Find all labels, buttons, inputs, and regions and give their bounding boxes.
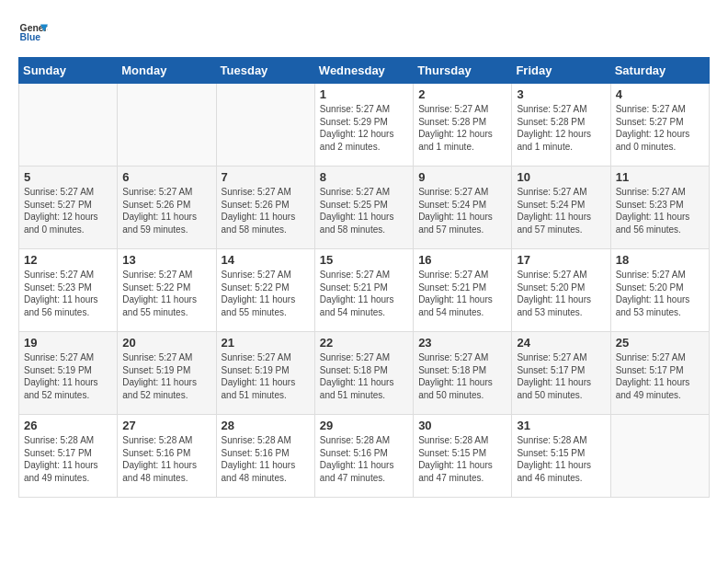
day-cell: 27Sunrise: 5:28 AM Sunset: 5:16 PM Dayli… [118,415,216,498]
week-row-2: 5Sunrise: 5:27 AM Sunset: 5:27 PM Daylig… [19,167,710,249]
day-number: 2 [418,87,506,101]
day-info: Sunrise: 5:27 AM Sunset: 5:23 PM Dayligh… [616,186,704,236]
day-number: 20 [122,336,210,350]
day-cell: 10Sunrise: 5:27 AM Sunset: 5:24 PM Dayli… [512,167,610,249]
week-row-5: 26Sunrise: 5:28 AM Sunset: 5:17 PM Dayli… [19,415,710,498]
day-number: 4 [616,87,704,101]
day-cell: 14Sunrise: 5:27 AM Sunset: 5:22 PM Dayli… [216,249,314,332]
day-info: Sunrise: 5:27 AM Sunset: 5:27 PM Dayligh… [24,186,112,236]
day-number: 28 [222,419,310,432]
day-info: Sunrise: 5:27 AM Sunset: 5:24 PM Dayligh… [517,186,605,236]
header-friday: Friday [512,58,610,84]
day-info: Sunrise: 5:27 AM Sunset: 5:28 PM Dayligh… [517,103,605,153]
day-cell: 20Sunrise: 5:27 AM Sunset: 5:19 PM Dayli… [118,332,216,415]
day-cell: 2Sunrise: 5:27 AM Sunset: 5:28 PM Daylig… [414,84,512,167]
day-info: Sunrise: 5:27 AM Sunset: 5:21 PM Dayligh… [418,269,506,318]
logo: General Blue [18,18,51,48]
header-saturday: Saturday [610,58,709,84]
day-number: 1 [320,87,408,101]
day-info: Sunrise: 5:27 AM Sunset: 5:21 PM Dayligh… [320,269,408,318]
day-number: 15 [320,253,408,267]
day-number: 22 [320,336,408,350]
day-info: Sunrise: 5:27 AM Sunset: 5:23 PM Dayligh… [24,269,112,318]
day-cell: 5Sunrise: 5:27 AM Sunset: 5:27 PM Daylig… [19,167,118,249]
day-cell: 7Sunrise: 5:27 AM Sunset: 5:26 PM Daylig… [216,167,314,249]
header-tuesday: Tuesday [216,58,314,84]
day-info: Sunrise: 5:27 AM Sunset: 5:19 PM Dayligh… [24,351,112,401]
header: General Blue [18,18,710,48]
day-info: Sunrise: 5:27 AM Sunset: 5:22 PM Dayligh… [122,269,210,318]
day-info: Sunrise: 5:27 AM Sunset: 5:28 PM Dayligh… [418,103,506,153]
day-info: Sunrise: 5:27 AM Sunset: 5:26 PM Dayligh… [122,186,210,236]
day-info: Sunrise: 5:27 AM Sunset: 5:26 PM Dayligh… [222,186,310,236]
day-number: 6 [122,170,210,184]
day-cell [610,415,709,498]
day-cell: 12Sunrise: 5:27 AM Sunset: 5:23 PM Dayli… [19,249,118,332]
calendar: SundayMondayTuesdayWednesdayThursdayFrid… [18,57,710,498]
day-number: 17 [517,253,605,267]
day-cell: 21Sunrise: 5:27 AM Sunset: 5:19 PM Dayli… [216,332,314,415]
day-number: 23 [418,336,506,350]
svg-text:Blue: Blue [20,32,41,42]
day-info: Sunrise: 5:28 AM Sunset: 5:16 PM Dayligh… [222,434,310,484]
day-number: 30 [418,419,506,432]
day-cell: 30Sunrise: 5:28 AM Sunset: 5:15 PM Dayli… [414,415,512,498]
day-cell: 8Sunrise: 5:27 AM Sunset: 5:25 PM Daylig… [314,167,413,249]
day-info: Sunrise: 5:28 AM Sunset: 5:17 PM Dayligh… [24,434,112,484]
day-number: 26 [24,419,112,432]
day-number: 31 [517,419,605,432]
header-sunday: Sunday [19,58,118,84]
day-info: Sunrise: 5:28 AM Sunset: 5:16 PM Dayligh… [320,434,408,484]
day-info: Sunrise: 5:27 AM Sunset: 5:20 PM Dayligh… [517,269,605,318]
day-cell: 9Sunrise: 5:27 AM Sunset: 5:24 PM Daylig… [414,167,512,249]
day-cell: 22Sunrise: 5:27 AM Sunset: 5:18 PM Dayli… [314,332,413,415]
day-info: Sunrise: 5:27 AM Sunset: 5:24 PM Dayligh… [418,186,506,236]
day-cell: 18Sunrise: 5:27 AM Sunset: 5:20 PM Dayli… [610,249,709,332]
day-number: 18 [616,253,704,267]
day-info: Sunrise: 5:28 AM Sunset: 5:15 PM Dayligh… [418,434,506,484]
week-row-3: 12Sunrise: 5:27 AM Sunset: 5:23 PM Dayli… [19,249,710,332]
header-monday: Monday [118,58,216,84]
day-cell: 24Sunrise: 5:27 AM Sunset: 5:17 PM Dayli… [512,332,610,415]
day-info: Sunrise: 5:27 AM Sunset: 5:22 PM Dayligh… [222,269,310,318]
day-cell [216,84,314,167]
day-number: 11 [616,170,704,184]
day-cell: 23Sunrise: 5:27 AM Sunset: 5:18 PM Dayli… [414,332,512,415]
day-cell: 25Sunrise: 5:27 AM Sunset: 5:17 PM Dayli… [610,332,709,415]
day-info: Sunrise: 5:27 AM Sunset: 5:17 PM Dayligh… [517,351,605,401]
day-number: 13 [122,253,210,267]
day-info: Sunrise: 5:27 AM Sunset: 5:18 PM Dayligh… [418,351,506,401]
day-number: 21 [222,336,310,350]
day-cell: 15Sunrise: 5:27 AM Sunset: 5:21 PM Dayli… [314,249,413,332]
day-number: 3 [517,87,605,101]
day-number: 16 [418,253,506,267]
day-cell: 4Sunrise: 5:27 AM Sunset: 5:27 PM Daylig… [610,84,709,167]
header-wednesday: Wednesday [314,58,413,84]
logo-icon: General Blue [18,18,48,48]
day-cell: 13Sunrise: 5:27 AM Sunset: 5:22 PM Dayli… [118,249,216,332]
day-number: 24 [517,336,605,350]
calendar-header-row: SundayMondayTuesdayWednesdayThursdayFrid… [19,58,710,84]
day-info: Sunrise: 5:28 AM Sunset: 5:15 PM Dayligh… [517,434,605,484]
day-info: Sunrise: 5:28 AM Sunset: 5:16 PM Dayligh… [122,434,210,484]
day-number: 27 [122,419,210,432]
day-info: Sunrise: 5:27 AM Sunset: 5:19 PM Dayligh… [222,351,310,401]
day-cell: 6Sunrise: 5:27 AM Sunset: 5:26 PM Daylig… [118,167,216,249]
day-info: Sunrise: 5:27 AM Sunset: 5:29 PM Dayligh… [320,103,408,153]
day-number: 10 [517,170,605,184]
day-number: 8 [320,170,408,184]
day-cell: 17Sunrise: 5:27 AM Sunset: 5:20 PM Dayli… [512,249,610,332]
day-number: 29 [320,419,408,432]
day-info: Sunrise: 5:27 AM Sunset: 5:18 PM Dayligh… [320,351,408,401]
day-cell: 28Sunrise: 5:28 AM Sunset: 5:16 PM Dayli… [216,415,314,498]
day-cell: 19Sunrise: 5:27 AM Sunset: 5:19 PM Dayli… [19,332,118,415]
day-cell: 11Sunrise: 5:27 AM Sunset: 5:23 PM Dayli… [610,167,709,249]
day-number: 14 [222,253,310,267]
day-cell [19,84,118,167]
day-number: 19 [24,336,112,350]
day-info: Sunrise: 5:27 AM Sunset: 5:25 PM Dayligh… [320,186,408,236]
week-row-4: 19Sunrise: 5:27 AM Sunset: 5:19 PM Dayli… [19,332,710,415]
day-info: Sunrise: 5:27 AM Sunset: 5:17 PM Dayligh… [616,351,704,401]
day-cell: 31Sunrise: 5:28 AM Sunset: 5:15 PM Dayli… [512,415,610,498]
day-number: 9 [418,170,506,184]
